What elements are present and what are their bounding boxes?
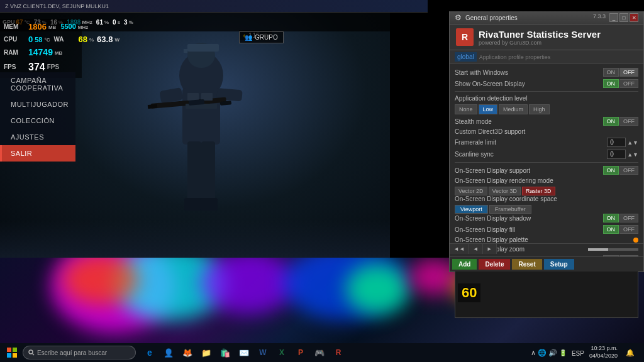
taskbar-person-icon[interactable]: 👤 xyxy=(160,344,177,361)
osd-fill-toggle[interactable]: ON OFF xyxy=(603,225,639,234)
taskbar-edge-icon[interactable]: e xyxy=(141,344,158,361)
taskbar-pinned-apps: e 👤 🦊 📁 🛍️ ✉️ W X P 🎮 R xyxy=(141,344,347,361)
tray-network-icon[interactable]: 🌐 xyxy=(538,349,547,357)
osd-coord-row: On-Screen Display coordinate space xyxy=(455,195,638,202)
detection-label-row: Application detection level xyxy=(455,95,638,102)
profile-label: global xyxy=(455,52,477,62)
start-windows-off[interactable]: OFF xyxy=(619,68,638,77)
taskbar-word-icon[interactable]: W xyxy=(254,344,272,361)
notification-center-button[interactable]: 🔔 xyxy=(621,344,639,361)
menu-item-cooperativa[interactable]: CAMPAÑA COOPERATIVA xyxy=(0,72,75,96)
menu-item-multijugador[interactable]: MULTIJUGADOR xyxy=(0,96,75,112)
rtss-logo-area: R RivaTuner Statistics Server powered by… xyxy=(450,25,643,50)
osd-shadow-toggle[interactable]: ON OFF xyxy=(603,214,639,222)
rendering-options-row[interactable]: Vector 2D Vector 3D Raster 3D xyxy=(455,187,638,195)
stealth-off[interactable]: OFF xyxy=(619,117,638,126)
tab-next[interactable]: ► xyxy=(483,244,497,254)
taskbar-rtss-icon[interactable]: R xyxy=(330,344,347,361)
hud-left-stats: MEM 1806 MB 5500 MHz CPU 0 58 °C WA 68 %… xyxy=(0,19,82,78)
stealth-toggle[interactable]: ON OFF xyxy=(603,117,639,126)
svg-rect-13 xyxy=(187,93,199,101)
taskbar-excel-icon[interactable]: X xyxy=(273,344,291,361)
ram-stat-row: RAM 14749 MB xyxy=(4,47,78,59)
tray-volume-icon[interactable]: 🔊 xyxy=(548,349,557,357)
svg-rect-9 xyxy=(187,141,201,204)
maximize-button[interactable]: □ xyxy=(619,13,628,22)
system-tray: ∧ 🌐 🔊 🔋 ESP 10:23 p.m. 04/04/2020 🔔 xyxy=(531,344,641,361)
svg-rect-2 xyxy=(187,44,219,52)
start-windows-row: Start with Windows ON OFF xyxy=(455,68,638,77)
rtss-logo-icon: R xyxy=(456,28,474,46)
detect-none[interactable]: None xyxy=(455,104,477,114)
render-raster3d[interactable]: Raster 3D xyxy=(522,187,555,195)
app-profile-text: Application profile properties xyxy=(479,54,638,60)
clock[interactable]: 10:23 p.m. 04/04/2020 xyxy=(589,345,618,359)
grupo-button[interactable]: 👥 GRUPO xyxy=(239,31,284,43)
lang-indicator[interactable]: ESP xyxy=(572,347,584,358)
menu-item-salir[interactable]: SALIR xyxy=(0,145,75,162)
add-button[interactable]: Add xyxy=(452,259,477,270)
osd-support-toggle[interactable]: ON OFF xyxy=(603,166,639,175)
search-bar[interactable]: Escribe aquí para buscar xyxy=(23,346,136,359)
tab-prev-prev[interactable]: ◄◄ xyxy=(450,244,469,254)
start-windows-toggle[interactable]: ON OFF xyxy=(603,68,639,77)
osd-fill-off[interactable]: OFF xyxy=(619,225,638,234)
delete-button[interactable]: Delete xyxy=(479,259,510,270)
stealth-on[interactable]: ON xyxy=(603,117,619,126)
stealth-row: Stealth mode ON OFF xyxy=(455,117,638,126)
divider-2 xyxy=(455,162,638,163)
osd-fill-row: On-Screen Display fill ON OFF xyxy=(455,225,638,234)
svg-line-23 xyxy=(33,354,35,356)
show-osd-on[interactable]: ON xyxy=(603,79,619,88)
osd-shadow-on[interactable]: ON xyxy=(603,214,619,222)
osd-fill-on[interactable]: ON xyxy=(603,225,619,234)
menu-item-coleccion[interactable]: COLECCIÓN xyxy=(0,112,75,129)
rtss-powered-by: powered by Guru3D.com xyxy=(479,40,601,46)
osd-preview-area: 60 xyxy=(455,268,638,318)
detect-low[interactable]: Low xyxy=(479,104,498,114)
framelimit-input[interactable] xyxy=(607,138,626,147)
tray-battery-icon[interactable]: 🔋 xyxy=(559,349,567,356)
taskbar-folder-icon[interactable]: 📁 xyxy=(197,344,215,361)
taskbar-mail-icon[interactable]: ✉️ xyxy=(235,344,253,361)
osd-palette-row: On-Screen Display palette xyxy=(455,236,638,243)
detect-high[interactable]: High xyxy=(529,104,550,114)
taskbar-store-icon[interactable]: 🛍️ xyxy=(216,344,234,361)
osd-support-on[interactable]: ON xyxy=(603,166,619,175)
cpu-stat-row: CPU 0 58 °C WA 68 % 63.8 W xyxy=(4,34,78,45)
osd-shadow-off[interactable]: OFF xyxy=(619,214,638,222)
detect-medium[interactable]: Medium xyxy=(499,104,528,114)
tab-prev[interactable]: ◄ xyxy=(469,244,483,254)
divider-1 xyxy=(455,91,638,92)
setup-button[interactable]: Setup xyxy=(544,259,574,270)
start-button[interactable] xyxy=(3,343,21,362)
close-button[interactable]: ✕ xyxy=(630,13,638,22)
render-vector3d[interactable]: Vector 3D xyxy=(489,187,521,195)
detection-options-row[interactable]: None Low Medium High xyxy=(455,104,638,114)
menu-item-ajustes[interactable]: AJUSTES xyxy=(0,129,75,145)
start-windows-on[interactable]: ON xyxy=(603,68,619,77)
osd-preview-number: 60 xyxy=(458,283,480,302)
coord-framebuffer[interactable]: Framebuffer xyxy=(489,205,531,214)
show-osd-toggle[interactable]: ON OFF xyxy=(603,79,639,88)
mem-stat-row: MEM 1806 MB 5500 MHz xyxy=(4,21,78,33)
palette-color-dot[interactable] xyxy=(633,238,638,243)
coord-viewport[interactable]: Viewport xyxy=(455,205,488,214)
windows-icon xyxy=(7,348,17,358)
scanline-input[interactable] xyxy=(607,150,626,159)
osd-support-off[interactable]: OFF xyxy=(619,166,638,175)
taskbar-powerpoint-icon[interactable]: P xyxy=(292,344,309,361)
tray-chevron[interactable]: ∧ xyxy=(531,349,536,357)
render-vector2d[interactable]: Vector 2D xyxy=(455,187,487,195)
taskbar-firefox-icon[interactable]: 🦊 xyxy=(179,344,196,361)
svg-rect-19 xyxy=(13,348,17,352)
taskbar-game-icon[interactable]: 🎮 xyxy=(311,344,328,361)
svg-rect-18 xyxy=(7,348,11,352)
minimize-button[interactable]: _ xyxy=(609,13,618,22)
profile-section: global Application profile properties xyxy=(450,50,643,64)
reset-button[interactable]: Reset xyxy=(512,259,541,270)
coord-options-row[interactable]: Viewport Framebuffer xyxy=(455,205,638,214)
svg-rect-5 xyxy=(159,87,183,104)
show-osd-off[interactable]: OFF xyxy=(619,79,638,88)
search-placeholder: Escribe aquí para buscar xyxy=(37,349,107,356)
